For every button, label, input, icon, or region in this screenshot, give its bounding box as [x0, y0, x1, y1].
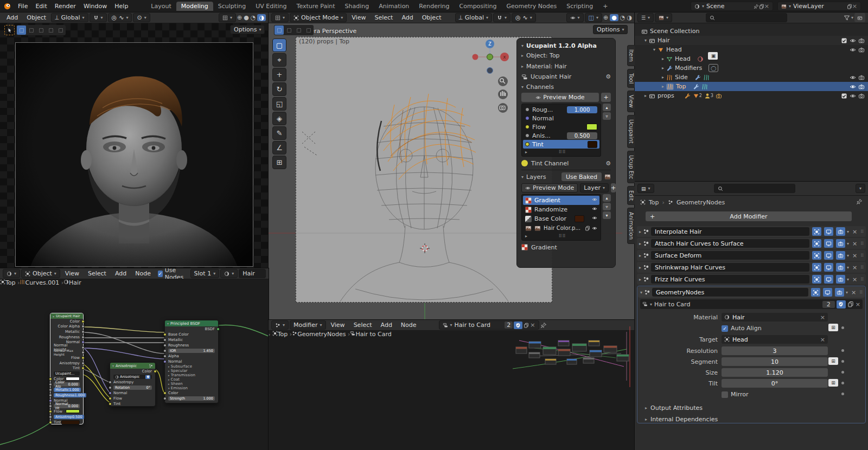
animate-dot[interactable] — [841, 371, 844, 374]
tab-layout[interactable]: Layout — [146, 2, 176, 11]
blender-logo-icon[interactable] — [0, 2, 14, 10]
menu-view[interactable]: View — [61, 270, 83, 277]
tab-animation[interactable]: Animation — [374, 2, 414, 11]
expand-icon[interactable]: ▸ — [639, 229, 641, 234]
output-attributes-section[interactable]: ▸Output Attributes — [645, 404, 703, 412]
drag-handle[interactable]: ⠿ — [860, 253, 864, 258]
add-workspace-button[interactable]: + — [598, 2, 612, 11]
proportional-edit-dropdown[interactable]: ◎∿▾ — [108, 13, 132, 22]
properties-type-dropdown[interactable]: ▤▾ — [637, 184, 654, 193]
breadcrumb-item[interactable]: Hair to Card — [355, 331, 391, 338]
user-count[interactable]: 2 — [822, 301, 835, 308]
close-icon[interactable]: × — [851, 252, 859, 259]
expand-icon[interactable]: ▸ — [662, 84, 664, 89]
menu-render[interactable]: Render — [51, 3, 80, 10]
realtime-toggle[interactable] — [823, 288, 832, 297]
camera-visibility-icon[interactable] — [858, 83, 865, 90]
segment-field[interactable]: 10 — [722, 357, 828, 366]
menu-select[interactable]: Select — [350, 322, 376, 329]
anisotropic-node[interactable]: ▾Anisotropic Color Anisotropic Anisotrop… — [110, 362, 156, 407]
use-nodes-checkbox[interactable]: ✓Use Nodes — [158, 268, 188, 279]
render-toggle[interactable] — [836, 227, 845, 236]
breadcrumb-item[interactable]: GeometryNodes — [676, 199, 725, 206]
gear-icon[interactable]: ⚙ — [605, 160, 611, 167]
modifier-row-surface-deform[interactable]: ▸Surface Deform▾×⠿ — [637, 250, 866, 261]
close-icon[interactable]: × — [856, 301, 860, 308]
channel-row-selected[interactable]: Tint — [523, 140, 599, 149]
close-icon[interactable]: × — [852, 3, 857, 10]
node-group-selector[interactable]: Anisotropic — [113, 375, 152, 379]
drag-handle[interactable]: ⠿ — [860, 241, 864, 246]
copy-icon[interactable] — [847, 301, 854, 307]
channel-row[interactable]: Anis...0.500 — [523, 131, 599, 140]
render-toggle[interactable] — [836, 263, 845, 272]
edit-mode-toggle[interactable] — [812, 263, 821, 272]
drag-handle[interactable]: ⠿⠿ — [559, 234, 566, 239]
tab-ucup-etc[interactable]: Ucup Etc — [627, 151, 635, 183]
realtime-toggle[interactable] — [824, 227, 833, 236]
snap-dropdown[interactable]: ▾ — [493, 13, 510, 22]
tool-select-box[interactable]: ▢ — [272, 38, 286, 52]
tint-color-swatch[interactable] — [588, 141, 597, 148]
shading-material-icon[interactable]: ◔ — [620, 14, 626, 21]
tab-sculpting[interactable]: Sculpting — [213, 2, 251, 11]
menu-view[interactable]: View — [348, 14, 369, 21]
channel-row[interactable]: Roug...1.000 — [523, 105, 599, 114]
channel-row[interactable]: Flow — [523, 123, 599, 131]
material-name-field[interactable]: Hair — [239, 269, 266, 278]
render-toggle[interactable] — [836, 239, 845, 248]
render-canvas[interactable]: Options▾ — [0, 23, 269, 268]
editor-type-dropdown[interactable]: ▾ — [271, 320, 289, 330]
breadcrumb-item[interactable]: Top — [649, 199, 659, 206]
menu-window[interactable]: Window — [80, 3, 111, 10]
animate-dot[interactable] — [841, 360, 844, 363]
edit-mode-toggle[interactable] — [812, 227, 821, 236]
drag-handle[interactable]: ⠿ — [860, 229, 864, 234]
pin-icon[interactable] — [754, 4, 759, 9]
breadcrumb-item[interactable]: Hair — [69, 279, 81, 286]
collapse-icon[interactable]: ▾ — [521, 85, 524, 89]
use-baked-button[interactable]: Use Baked — [561, 172, 602, 181]
snap-dropdown[interactable]: ▾ — [90, 13, 107, 22]
collapse-icon[interactable]: ▾ — [521, 175, 524, 179]
select-tweak-icon[interactable] — [275, 25, 284, 35]
add-layer-button[interactable]: + — [611, 183, 616, 192]
close-icon[interactable]: × — [850, 289, 858, 296]
layer-filter-dropdown[interactable]: Layer▾ — [580, 183, 609, 192]
tab-uv-editing[interactable]: UV Editing — [251, 2, 291, 11]
visibility-dropdown[interactable]: ▾ — [566, 13, 584, 22]
ucupaint-hair-node[interactable]: ▾Ucupaint Hair Color Color Alpha Metalli… — [50, 313, 84, 425]
size-field[interactable]: 1.120 — [722, 368, 828, 377]
active-tool-icon[interactable] — [4, 25, 15, 35]
breadcrumb-item[interactable]: Top — [278, 331, 288, 338]
eye-icon[interactable] — [850, 74, 856, 81]
options-dropdown[interactable]: Options▾ — [230, 25, 265, 34]
expand-icon[interactable]: ▸ — [662, 56, 664, 61]
move-layer-up-button[interactable]: ▴ — [603, 194, 611, 202]
orientation-dropdown[interactable]: ⟂Global▾ — [455, 13, 492, 22]
render-toggle[interactable] — [836, 251, 845, 260]
move-channel-up-button[interactable]: ▴ — [603, 104, 611, 111]
menu-object[interactable]: Object — [23, 14, 50, 21]
edit-mode-toggle[interactable] — [812, 251, 821, 260]
eye-icon[interactable] — [850, 83, 856, 90]
shading-wireframe-icon[interactable]: ⊕ — [237, 14, 242, 21]
collapse-icon[interactable]: ▾ — [644, 38, 647, 43]
material-field[interactable]: Hair× — [722, 313, 828, 322]
menu-file[interactable]: File — [14, 3, 31, 10]
modifier-row-interpolate-hair[interactable]: ▸Interpolate Hair▾×⠿ — [637, 226, 866, 237]
extras-dropdown[interactable]: ▾ — [847, 229, 849, 234]
shading-solid-icon[interactable]: ● — [244, 14, 249, 21]
animate-dot[interactable] — [841, 393, 844, 395]
expand-icon[interactable]: ▸ — [521, 53, 524, 58]
layer-row[interactable]: Randomize — [523, 205, 599, 214]
tab-modeling[interactable]: Modeling — [176, 2, 213, 11]
select-tweak-icon[interactable] — [17, 25, 26, 35]
shading-rendered-icon[interactable]: ◑ — [257, 14, 266, 21]
tool-measure[interactable]: ∠ — [272, 141, 286, 155]
scene-selector[interactable]: ▾ Scene × — [691, 2, 773, 11]
collapse-icon[interactable]: ▾ — [521, 43, 524, 48]
ucupaint-object-row[interactable]: Object: Top — [526, 52, 560, 59]
node-group-selector[interactable]: Ucupaint... — [54, 371, 80, 376]
drag-handle[interactable]: ⠿ — [859, 290, 863, 295]
